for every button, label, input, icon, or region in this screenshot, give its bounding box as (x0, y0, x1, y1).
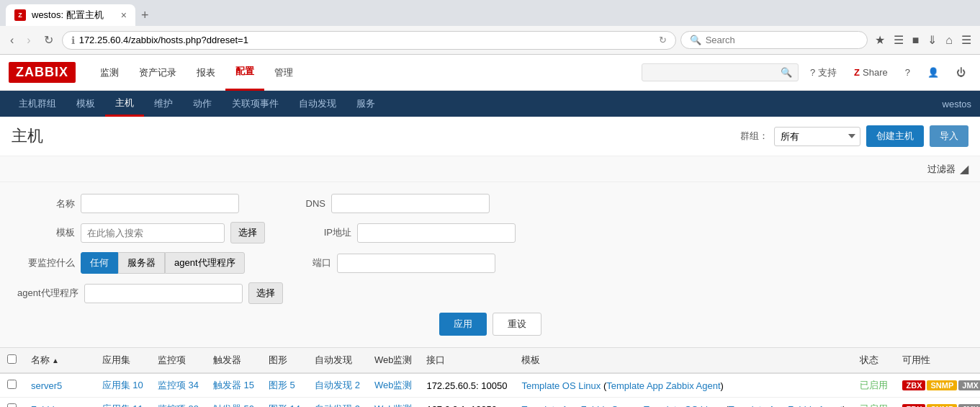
logout-button[interactable]: ⏻ (950, 64, 971, 81)
row2-apps-link[interactable]: 应用集 11 (102, 403, 143, 407)
col-status: 状态 (853, 348, 895, 373)
header-search: 🔍 (642, 63, 799, 81)
back-button[interactable]: ‹ (6, 31, 18, 50)
monitor-field: 要监控什么 任何 服务器 agent代理程序 (17, 252, 245, 274)
menu-icon[interactable]: ☰ (958, 30, 974, 50)
port-input[interactable] (337, 254, 495, 273)
user-button[interactable]: 👤 (922, 64, 945, 81)
nav-item-reports[interactable]: 报表 (186, 55, 225, 91)
header-search-input[interactable] (648, 67, 778, 78)
filter-icon[interactable]: ◢ (960, 162, 968, 176)
zabbix-logo[interactable]: ZABBIX (9, 62, 76, 83)
sub-nav-templates[interactable]: 模板 (66, 91, 105, 117)
nav-item-monitor[interactable]: 监测 (90, 55, 129, 91)
reader-icon[interactable]: ☰ (891, 30, 907, 50)
row2-template-link2[interactable]: Template OS Linux (644, 404, 723, 408)
nav-item-config[interactable]: 配置 (225, 55, 264, 91)
filter-row-4: agent代理程序 选择 (17, 282, 963, 304)
name-label: 名称 (17, 197, 75, 210)
row1-checkbox[interactable] (7, 380, 17, 389)
monitor-server-button[interactable]: 服务器 (118, 252, 165, 274)
filter-bar: 过滤器 ◢ (0, 156, 980, 182)
sub-nav-services[interactable]: 服务 (346, 91, 385, 117)
nav-item-assets[interactable]: 资产记录 (129, 55, 186, 91)
col-web: Web监测 (367, 348, 420, 373)
page-actions: 群组： 所有 创建主机 导入 (740, 125, 968, 147)
row1-snmp-badge: SNMP (927, 380, 957, 390)
group-select[interactable]: 所有 (774, 127, 860, 146)
sub-nav-actions[interactable]: 动作 (183, 91, 222, 117)
row2-triggers-link[interactable]: 触发器 50 (213, 403, 254, 407)
ip-label: IP地址 (294, 226, 351, 239)
nav-item-admin[interactable]: 管理 (264, 55, 303, 91)
filter-form: 名称 DNS 模板 选择 IP地址 要监控什么 任何 (0, 182, 980, 348)
row2-name: Zabbix server (24, 398, 95, 408)
import-button[interactable]: 导入 (930, 125, 968, 147)
port-label: 端口 (274, 256, 331, 269)
row1-web-link[interactable]: Web监测 (374, 380, 413, 390)
row1-discovery-link[interactable]: 自动发现 2 (315, 380, 360, 390)
agent-proxy-input[interactable] (84, 284, 243, 303)
download-icon[interactable]: ⇓ (925, 30, 940, 50)
star-icon[interactable]: ★ (872, 30, 888, 50)
share-button[interactable]: ZShare (848, 64, 894, 81)
row1-template-link[interactable]: Template OS Linux (521, 380, 601, 391)
row1-web: Web监测 (367, 373, 420, 398)
template-select-button[interactable]: 选择 (230, 222, 265, 243)
refresh-button[interactable]: ↻ (40, 30, 58, 50)
dns-input[interactable] (331, 194, 490, 213)
row1-template-sub-link[interactable]: Template App Zabbix Agent (606, 380, 720, 391)
apply-button[interactable]: 应用 (439, 313, 487, 336)
row1-jmx-badge: JMX (958, 380, 980, 390)
agent-proxy-select-button[interactable]: 选择 (248, 282, 283, 304)
shield-icon[interactable]: ■ (909, 31, 922, 50)
sub-nav-hosts[interactable]: 主机 (105, 91, 144, 117)
browser-search-input[interactable] (706, 35, 858, 45)
name-input[interactable] (81, 194, 239, 213)
select-all-header (0, 348, 24, 373)
row1-apps-link[interactable]: 应用集 10 (102, 380, 143, 390)
support-icon: ? (810, 67, 815, 78)
row1-graphs: 图形 5 (261, 373, 307, 398)
row2-checkbox[interactable] (7, 403, 17, 407)
col-template: 模板 (514, 348, 853, 373)
support-button[interactable]: ? 支持 (804, 63, 842, 82)
tab-close-button[interactable]: × (121, 9, 127, 21)
row2-graphs-link[interactable]: 图形 14 (269, 403, 300, 407)
row1-items: 监控项 34 (150, 373, 206, 398)
address-input[interactable] (79, 35, 655, 45)
row1-graphs-link[interactable]: 图形 5 (269, 380, 295, 390)
help-button[interactable]: ? (899, 64, 916, 81)
new-tab-button[interactable]: + (138, 5, 152, 26)
address-bar: ℹ ↻ (62, 31, 676, 50)
row2-web-link[interactable]: Web监测 (374, 403, 413, 407)
row1-triggers: 触发器 15 (206, 373, 261, 398)
col-name[interactable]: 名称▲ (24, 348, 95, 373)
create-host-button[interactable]: 创建主机 (866, 125, 924, 147)
monitor-agent-button[interactable]: agent代理程序 (165, 252, 245, 274)
template-input[interactable] (81, 223, 225, 243)
filter-actions: 应用 重设 (17, 313, 963, 336)
row1-availability: ZBX SNMP JMX IPMI (895, 373, 980, 398)
reset-button[interactable]: 重设 (493, 313, 541, 336)
row1-name-link[interactable]: server5 (31, 380, 62, 391)
row2-items-link[interactable]: 监控项 88 (158, 403, 199, 407)
row2-template-link3[interactable]: Template App Zabbix Agent (729, 404, 842, 408)
sub-nav-host-groups[interactable]: 主机群组 (9, 91, 66, 117)
forward-button[interactable]: › (22, 31, 35, 50)
row2-name-link[interactable]: Zabbix server (31, 404, 88, 408)
ip-input[interactable] (357, 223, 516, 243)
sub-nav-maintenance[interactable]: 维护 (144, 91, 183, 117)
row2-template-link1[interactable]: Template App Zabbix Server (521, 404, 639, 408)
sub-nav-discovery[interactable]: 自动发现 (289, 91, 346, 117)
sub-nav-correlation[interactable]: 关联项事件 (222, 91, 289, 117)
select-all-checkbox[interactable] (7, 354, 17, 364)
browser-tab[interactable]: Z westos: 配置主机 × (6, 4, 135, 26)
monitor-any-button[interactable]: 任何 (81, 252, 118, 274)
row2-discovery-link[interactable]: 自动发现 2 (315, 403, 360, 407)
home-icon[interactable]: ⌂ (943, 31, 956, 50)
zabbix-z-icon: Z (854, 67, 860, 78)
row1-triggers-link[interactable]: 触发器 15 (213, 380, 254, 390)
hosts-table: 名称▲ 应用集 监控项 触发器 图形 自动发现 Web监测 接口 模板 状态 可… (0, 348, 980, 407)
row1-items-link[interactable]: 监控项 34 (158, 380, 199, 390)
